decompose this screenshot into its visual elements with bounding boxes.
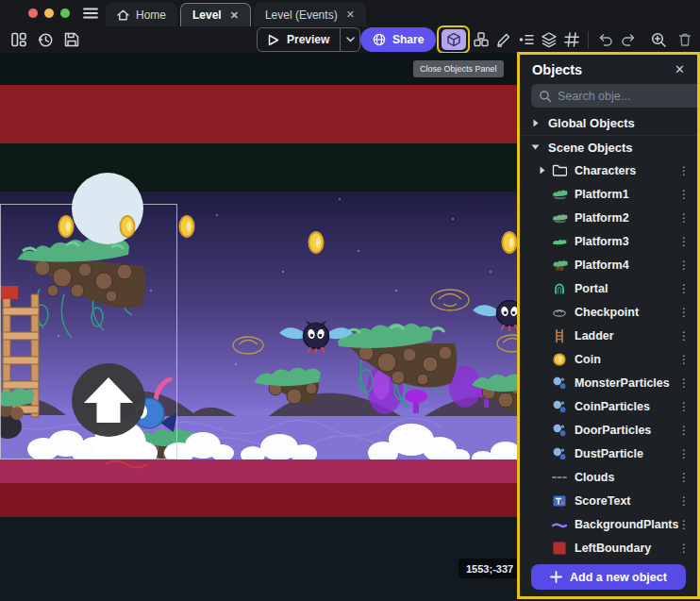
zoom-in-button[interactable] — [649, 31, 667, 48]
section-label: Global Objects — [548, 116, 635, 130]
object-row[interactable]: Coin⋮ — [520, 347, 697, 371]
object-row[interactable]: DustParticle⋮ — [520, 442, 697, 465]
object-row[interactable]: Platform4⋮ — [520, 253, 697, 276]
delete-button[interactable] — [675, 31, 693, 48]
close-tab-icon[interactable]: ✕ — [228, 9, 239, 22]
object-row[interactable]: Characters⋮ — [520, 159, 697, 182]
object-label: Coin — [575, 353, 678, 366]
checkpoint-icon — [552, 305, 569, 320]
object-row[interactable]: BackgroundPlants⋮ — [520, 512, 697, 536]
panel-title: Objects — [532, 62, 675, 77]
globe-icon — [373, 33, 386, 46]
particles-icon — [552, 423, 569, 438]
tab-level[interactable]: Level ✕ — [180, 3, 251, 26]
home-icon — [117, 9, 129, 21]
object-row[interactable]: Platform1⋮ — [520, 182, 697, 206]
object-menu-button[interactable]: ⋮ — [678, 282, 688, 295]
chevron-right-icon[interactable] — [540, 166, 552, 175]
object-row[interactable]: ScoreText⋮ — [520, 489, 697, 512]
undo-button[interactable] — [596, 31, 614, 48]
gdevelop-window: Home Level ✕ Level (Events) ✕ Preview — [0, 0, 700, 601]
share-button[interactable]: Share — [360, 27, 436, 52]
object-row[interactable]: Checkpoint⋮ — [520, 300, 697, 324]
object-row[interactable]: Platform2⋮ — [520, 206, 697, 229]
object-row[interactable]: DoorParticles⋮ — [520, 418, 697, 442]
object-row[interactable]: MonsterParticles⋮ — [520, 371, 697, 394]
window-controls — [28, 8, 70, 18]
object-label: CoinParticles — [575, 400, 678, 413]
object-label: LeftBoundary — [575, 542, 678, 555]
object-menu-button[interactable]: ⋮ — [678, 471, 688, 484]
portal-icon — [552, 281, 569, 296]
preview-button[interactable]: Preview — [258, 28, 340, 51]
object-row[interactable]: Clouds⋮ — [520, 465, 697, 489]
section-global-objects[interactable]: Global Objects — [520, 111, 697, 135]
main-menu-icon[interactable] — [83, 7, 98, 20]
section-scene-objects[interactable]: Scene Objects — [520, 135, 697, 159]
tab-level-events[interactable]: Level (Events) ✕ — [254, 3, 366, 26]
tab-label: Level (Events) — [265, 8, 338, 22]
cursor-coordinates-badge: 1553;-337 — [458, 559, 521, 578]
objects-panel-toggle-button[interactable] — [442, 29, 466, 50]
preview-options-button[interactable] — [340, 28, 359, 51]
search-input[interactable] — [558, 90, 700, 103]
minimize-window-button[interactable] — [44, 8, 54, 18]
object-row[interactable]: Platform3⋮ — [520, 229, 697, 253]
object-menu-button[interactable]: ⋮ — [678, 235, 688, 248]
object-menu-button[interactable]: ⋮ — [678, 164, 688, 177]
object-row[interactable]: LeftBoundary⋮ — [520, 536, 697, 559]
zoom-window-button[interactable] — [60, 8, 70, 18]
object-menu-button[interactable]: ⋮ — [678, 188, 688, 201]
titlebar: Home Level ✕ Level (Events) ✕ — [0, 0, 700, 26]
object-menu-button[interactable]: ⋮ — [678, 259, 688, 272]
object-menu-button[interactable]: ⋮ — [678, 494, 688, 508]
layers-button[interactable] — [540, 31, 558, 48]
jump-arrow-control[interactable] — [72, 363, 145, 437]
object-menu-button[interactable]: ⋮ — [678, 542, 688, 555]
text-icon — [552, 493, 569, 509]
object-menu-button[interactable]: ⋮ — [678, 447, 688, 460]
save-button[interactable] — [62, 31, 81, 48]
preview-split-button: Preview — [257, 27, 360, 52]
tab-home[interactable]: Home — [106, 3, 177, 26]
coin-icon — [552, 352, 569, 367]
toggle-panels-button[interactable] — [9, 31, 28, 48]
particles-icon — [552, 446, 569, 461]
object-menu-button[interactable]: ⋮ — [678, 424, 688, 437]
tooltip: Close Objects Panel — [413, 60, 504, 77]
object-label: Checkpoint — [575, 306, 678, 319]
close-window-button[interactable] — [28, 8, 38, 18]
section-label: Scene Objects — [548, 141, 633, 155]
toolbar-divider — [588, 31, 589, 48]
object-row[interactable]: Ladder⋮ — [520, 324, 697, 347]
edit-object-button[interactable] — [494, 31, 512, 48]
add-new-object-button[interactable]: Add a new object — [531, 564, 686, 590]
tab-label: Level — [192, 8, 222, 22]
object-menu-button[interactable]: ⋮ — [678, 400, 688, 413]
grid-button[interactable] — [562, 31, 580, 48]
object-label: ScoreText — [575, 494, 678, 508]
object-menu-button[interactable]: ⋮ — [678, 376, 688, 390]
cube-icon — [446, 32, 461, 47]
object-menu-button[interactable]: ⋮ — [678, 329, 688, 342]
object-row[interactable]: Portal⋮ — [520, 276, 697, 300]
object-menu-button[interactable]: ⋮ — [678, 306, 688, 319]
left-boundary-instance[interactable] — [0, 286, 18, 299]
object-menu-button[interactable]: ⋮ — [678, 211, 688, 225]
close-panel-icon[interactable]: ✕ — [675, 62, 685, 76]
ladder-icon — [552, 328, 569, 343]
object-label: Clouds — [575, 471, 678, 484]
object-menu-button[interactable]: ⋮ — [678, 353, 688, 366]
object-groups-button[interactable] — [472, 31, 490, 48]
instances-list-button[interactable] — [517, 31, 535, 48]
redo-button[interactable] — [619, 31, 637, 48]
folder-icon — [552, 163, 569, 178]
add-new-object-label: Add a new object — [570, 571, 667, 584]
tab-label: Home — [136, 8, 166, 22]
object-menu-button[interactable]: ⋮ — [678, 518, 688, 531]
object-row[interactable]: CoinParticles⋮ — [520, 394, 697, 418]
platform1-icon — [552, 187, 569, 202]
history-button[interactable] — [36, 31, 55, 48]
object-label: Platform1 — [575, 188, 678, 201]
close-tab-icon[interactable]: ✕ — [344, 8, 355, 21]
